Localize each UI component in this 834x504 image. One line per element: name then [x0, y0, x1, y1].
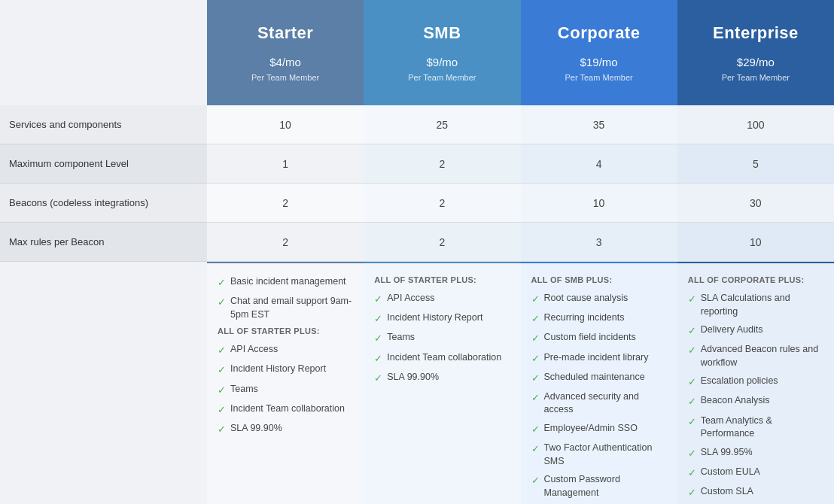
stats-col-starter: 10 1 2 2 [207, 105, 364, 262]
enterprise-price-value: $29 [737, 56, 756, 68]
feature-text: Advanced Beacon rules and workflow [701, 343, 823, 369]
list-item: ✓ API Access [218, 343, 353, 357]
feature-text: Delivery Audits [701, 323, 763, 337]
feature-text: Scheduled maintenance [544, 371, 645, 384]
plan-header-smb: SMB $9/mo Per Team Member [364, 0, 520, 105]
enterprise-feature-header: All of Corporate plus: [688, 275, 823, 284]
list-item: ✓ SLA 99.90% [374, 371, 510, 385]
enterprise-features: All of Corporate plus: ✓ SLA Calculation… [677, 262, 834, 504]
smb-stat-services: 25 [364, 105, 520, 144]
check-icon: ✓ [531, 372, 540, 385]
check-icon: ✓ [218, 363, 226, 377]
corporate-stat-level: 4 [521, 144, 677, 184]
check-icon: ✓ [531, 474, 540, 487]
list-item: ✓ Root cause analysis [531, 292, 667, 306]
check-icon: ✓ [531, 391, 540, 405]
feature-text: Chat and email support 9am-5pm EST [230, 295, 353, 321]
plan-header-corporate: Corporate $19/mo Per Team Member [521, 0, 677, 105]
list-item: ✓ Chat and email support 9am-5pm EST [218, 295, 353, 321]
check-icon: ✓ [531, 312, 540, 326]
list-item: ✓ API Access [374, 292, 510, 306]
enterprise-stat-beacons: 30 [677, 184, 834, 223]
list-item: ✓ SLA 99.95% [688, 446, 823, 460]
list-item: ✓ Employee/Admin SSO [531, 422, 667, 436]
feature-text: Custom SLA [701, 485, 753, 499]
check-icon: ✓ [218, 296, 226, 309]
feature-text: Advanced security and access [544, 390, 667, 417]
corporate-feature-header: All of SMB plus: [531, 275, 667, 284]
stats-rows: 10 1 2 2 25 2 2 2 35 4 10 3 100 5 30 1 [207, 105, 834, 262]
feature-text: API Access [387, 292, 434, 305]
feature-text: Incident History Report [387, 311, 482, 325]
check-icon: ✓ [531, 293, 540, 306]
smb-feature-header: All of Starter plus: [374, 275, 510, 284]
feature-text: Root cause analysis [544, 292, 629, 305]
check-icon: ✓ [218, 344, 226, 357]
feature-text: Two Factor Authentication SMS [544, 442, 667, 468]
list-item: ✓ Teams [218, 383, 353, 397]
feature-text: Escalation policies [701, 375, 778, 388]
check-icon: ✓ [531, 423, 540, 436]
sidebar-row-services: Services and components [0, 105, 207, 144]
starter-price-value: $4 [269, 56, 282, 68]
list-item: ✓ Incident Team collaboration [218, 402, 353, 417]
check-icon: ✓ [688, 466, 696, 480]
smb-features: All of Starter plus: ✓ API Access ✓ Inci… [364, 262, 520, 504]
starter-plan-price: $4/mo [269, 47, 301, 71]
starter-plan-name: Starter [257, 23, 313, 43]
list-item: ✓ Custom SLA [688, 485, 823, 499]
check-icon: ✓ [374, 293, 382, 306]
feature-text: SLA Calculations and reporting [701, 292, 823, 318]
list-item: ✓ SLA 99.90% [218, 422, 353, 436]
corporate-features: All of SMB plus: ✓ Root cause analysis ✓… [521, 262, 677, 504]
list-item: ✓ Advanced security and access [531, 390, 667, 417]
sidebar-label-services: Services and components [9, 119, 122, 130]
list-item: ✓ Advanced Beacon rules and workflow [688, 343, 823, 369]
feature-text: SLA 99.90% [230, 422, 282, 436]
check-icon: ✓ [688, 293, 696, 306]
enterprise-stat-rules: 10 [677, 223, 834, 262]
list-item: ✓ Team Analytics & Performance [688, 414, 823, 441]
feature-text: Custom Password Management [544, 473, 667, 499]
sidebar-row-beacons: Beacons (codeless integrations) [0, 184, 207, 223]
starter-stat-services: 10 [207, 105, 364, 144]
list-item: ✓ Two Factor Authentication SMS [531, 442, 667, 468]
feature-text: Custom field incidents [544, 331, 636, 345]
smb-plan-price: $9/mo [427, 47, 458, 71]
check-icon: ✓ [688, 415, 696, 429]
list-item: ✓ Teams [374, 331, 510, 345]
feature-text: SLA 99.95% [701, 446, 753, 460]
sidebar-label-rules: Max rules per Beacon [9, 236, 104, 247]
feature-text: Incident Team collaboration [387, 351, 501, 365]
sidebar-label-beacons: Beacons (codeless integrations) [9, 197, 148, 208]
enterprise-price-period: /mo [756, 56, 775, 68]
stats-col-corporate: 35 4 10 3 [521, 105, 677, 262]
list-item: ✓ Beacon Analysis [688, 394, 823, 408]
plan-header-enterprise: Enterprise $29/mo Per Team Member [677, 0, 834, 105]
list-item: ✓ Basic incident management [218, 275, 353, 290]
list-item: ✓ Custom field incidents [531, 331, 667, 345]
corporate-stat-services: 35 [521, 105, 677, 144]
check-icon: ✓ [531, 332, 540, 345]
list-item: ✓ Delivery Audits [688, 323, 823, 338]
list-item: ✓ Custom EULA [688, 466, 823, 480]
list-item: ✓ Pre-made incident library [531, 351, 667, 366]
smb-stat-beacons: 2 [364, 184, 520, 223]
list-item: ✓ Incident History Report [374, 311, 510, 326]
feature-text: Beacon Analysis [701, 394, 770, 408]
check-icon: ✓ [531, 442, 540, 456]
plan-header-starter: Starter $4/mo Per Team Member [207, 0, 364, 105]
smb-stat-level: 2 [364, 144, 520, 184]
enterprise-plan-per: Per Team Member [722, 73, 790, 82]
check-icon: ✓ [688, 447, 696, 460]
plans-header: Starter $4/mo Per Team Member SMB $9/mo … [207, 0, 834, 105]
enterprise-stat-level: 5 [677, 144, 834, 184]
corporate-stat-beacons: 10 [521, 184, 677, 223]
feature-text: Teams [387, 331, 415, 345]
feature-text: Basic incident management [230, 275, 346, 289]
feature-text: Teams [230, 383, 258, 396]
starter-price-period: /mo [282, 56, 301, 68]
smb-price-value: $9 [427, 56, 440, 68]
check-icon: ✓ [374, 372, 382, 385]
list-item: ✓ Recurring incidents [531, 311, 667, 326]
